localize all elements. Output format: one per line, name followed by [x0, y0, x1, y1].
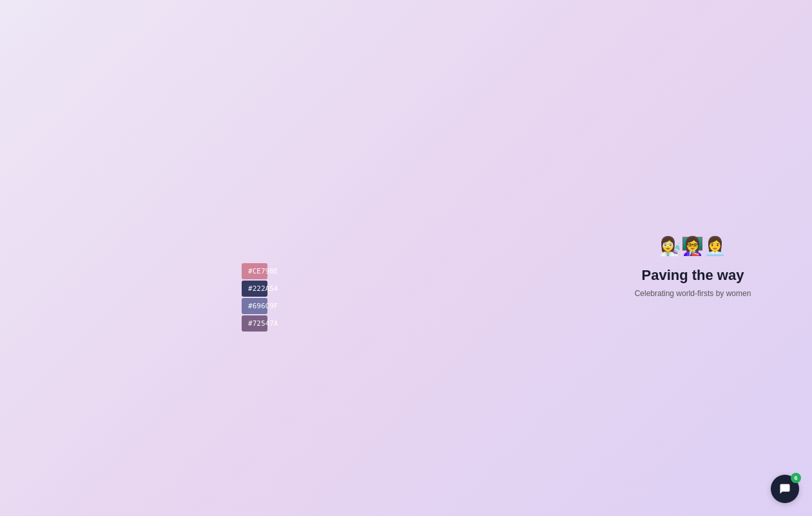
- card-image-3: 👩‍🔬👩‍🏫👩‍💼 Paving the way Celebrating wor…: [589, 196, 797, 338]
- womensday-subtitle: Celebrating world-firsts by women: [635, 289, 751, 298]
- swatch-2: #222A54: [242, 281, 267, 297]
- chat-badge: 6: [791, 473, 801, 483]
- swatch-4: #72547A: [242, 315, 267, 332]
- chat-icon: [778, 482, 791, 495]
- swatch-1: #CE798E: [242, 263, 267, 279]
- womensday-title: Paving the way: [642, 267, 744, 284]
- cards-area: C Canva Mar 25 2022 12:00PM 1,112,316 fo…: [135, 45, 812, 516]
- post-card-3: C Canva Mar 8 2022 12:00PM 1,112,316 fol…: [589, 57, 797, 397]
- women-emojis: 👩‍🔬👩‍🏫👩‍💼: [659, 235, 726, 257]
- swatch-3: #696C9F: [242, 298, 267, 314]
- womensday-image: 👩‍🔬👩‍🏫👩‍💼 Paving the way Celebrating wor…: [589, 196, 797, 338]
- chat-bubble[interactable]: 6: [771, 475, 799, 503]
- main-content: Add Social Profile 1 theo@socialinsider.…: [135, 0, 812, 516]
